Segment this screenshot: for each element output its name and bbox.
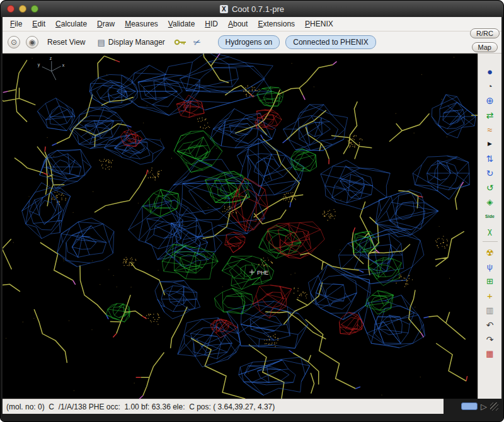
- menu-measures[interactable]: Measures: [120, 18, 163, 30]
- hydrogens-toggle-button[interactable]: Hydrogens on: [218, 35, 280, 49]
- toolbar-separator: [483, 241, 498, 242]
- add-alt-conf-icon[interactable]: ⊞: [481, 275, 499, 288]
- menu-extensions[interactable]: Extensions: [253, 18, 300, 30]
- traffic-lights: [1, 5, 38, 13]
- menu-calculate[interactable]: Calculate: [50, 18, 92, 30]
- menu-about[interactable]: About: [223, 18, 253, 30]
- mutate-radiation-icon[interactable]: ☢: [481, 246, 499, 259]
- menu-edit[interactable]: Edit: [27, 18, 50, 30]
- status-bar: (mol. no: 0) C /1/A/138 PHE occ: 1.00 bf…: [3, 399, 444, 414]
- circle-ring-glyph: ◉: [29, 38, 35, 47]
- reset-view-button[interactable]: Reset View: [44, 36, 88, 48]
- title-bar[interactable]: X Coot 0.7.1-pre: [1, 1, 503, 17]
- menu-phenix[interactable]: PHENIX: [300, 18, 338, 30]
- status-right-area: ▷: [444, 399, 501, 414]
- svg-text:z: z: [50, 56, 52, 60]
- circle-ring-icon[interactable]: ◉: [26, 36, 38, 48]
- scissors-icon[interactable]: ✂: [192, 36, 202, 48]
- x11-icon: X: [220, 5, 228, 13]
- rotate-translate-icon[interactable]: ↻: [481, 166, 499, 180]
- status-text: (mol. no: 0) C /1/A/138 PHE occ: 1.00 bf…: [6, 402, 275, 411]
- menu-validate[interactable]: Validate: [163, 18, 200, 30]
- toolbar: ⊙ ◉ Reset View ▤ Display Manager ✂ Hydro…: [3, 31, 501, 54]
- resize-grip[interactable]: [490, 402, 498, 411]
- delete-cylinder-icon[interactable]: ▥: [481, 304, 499, 317]
- add-terminal-residue-icon[interactable]: ψ: [481, 260, 499, 273]
- coot-window: X Coot 0.7.1-pre FileEditCalculateDrawMe…: [0, 0, 504, 422]
- scrollbar-thumb[interactable]: [461, 402, 478, 410]
- menu-bar: FileEditCalculateDrawMeasuresValidateHID…: [3, 17, 501, 31]
- svg-text:x: x: [62, 63, 65, 67]
- svg-text:y: y: [38, 62, 40, 67]
- move-crosshair-icon[interactable]: ⊕: [481, 94, 499, 107]
- window-frame-bottom: [1, 414, 503, 422]
- run-refmac-icon[interactable]: ▦: [481, 347, 499, 360]
- undo-icon[interactable]: ↶: [481, 318, 499, 331]
- minimize-button[interactable]: [19, 5, 26, 13]
- auto-fit-rotamer-icon[interactable]: ↺: [481, 181, 499, 194]
- map-button[interactable]: Map: [472, 42, 498, 52]
- display-manager-label: Display Manager: [108, 38, 165, 47]
- zoom-button[interactable]: [31, 5, 38, 13]
- menu-hid[interactable]: HID: [200, 18, 223, 30]
- real-space-refine-icon[interactable]: ⇄: [481, 108, 499, 122]
- circle-dot-icon[interactable]: ⊙: [8, 36, 20, 48]
- side-chain-flip-icon[interactable]: Side: [481, 210, 499, 223]
- display-manager-button[interactable]: ▤ Display Manager: [94, 36, 168, 49]
- residue-label: PHE: [257, 270, 268, 276]
- redo-icon[interactable]: ↷: [481, 333, 499, 346]
- play-triangle-icon[interactable]: ▶: [481, 137, 499, 151]
- rotamers-icon[interactable]: ◈: [481, 195, 499, 208]
- circle-dot-glyph: ⊙: [11, 38, 17, 47]
- statusbar-triangle-icon[interactable]: ▷: [481, 402, 487, 411]
- clock-icon[interactable]: ◔: [481, 79, 499, 93]
- place-atom-icon[interactable]: +: [481, 289, 499, 302]
- close-button[interactable]: [7, 5, 14, 13]
- display-manager-icon: ▤: [97, 38, 105, 47]
- key-icon[interactable]: [174, 38, 188, 46]
- molecule-viewport[interactable]: xyzPHE: [3, 54, 478, 399]
- menu-draw[interactable]: Draw: [92, 18, 120, 30]
- window-title: Coot 0.7.1-pre: [232, 4, 284, 14]
- rrc-button[interactable]: R/RC: [470, 28, 500, 38]
- right-toolbar: ●◔⊕⇄≈▶⇅↻↺◈Sideχ☢ψ⊞+▥↶↷▦: [478, 54, 501, 399]
- menu-file[interactable]: File: [5, 18, 27, 30]
- rigid-body-icon[interactable]: ⇅: [481, 152, 499, 165]
- phenix-connection-button[interactable]: Connected to PHENIX: [285, 35, 375, 49]
- graphics-area[interactable]: xyzPHE: [3, 54, 478, 399]
- edit-chi-angles-icon[interactable]: χ: [481, 224, 499, 237]
- regularize-icon[interactable]: ≈: [481, 123, 499, 136]
- window-title-area: X Coot 0.7.1-pre: [220, 4, 284, 14]
- model-sphere-icon[interactable]: ●: [481, 65, 499, 78]
